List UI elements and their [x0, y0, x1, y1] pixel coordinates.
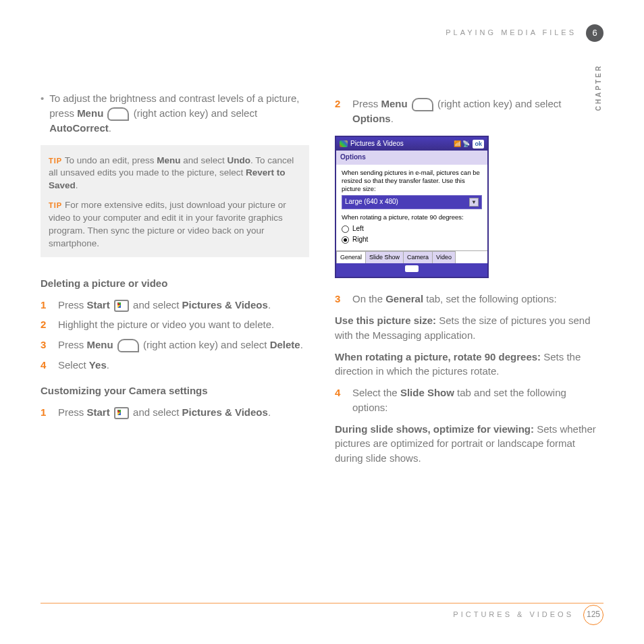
size-dropdown: Large (640 x 480)▼ — [342, 195, 482, 209]
step-c1: 1Press Start and select Pictures & Video… — [41, 405, 309, 420]
option-picsize: Use this picture size: Sets the size of … — [335, 313, 603, 343]
step-2: 2Highlight the picture or video you want… — [41, 317, 309, 332]
screenshot-tabs: General Slide Show Camera Video — [336, 250, 487, 263]
tip-box: TIP To undo an edit, press Menu and sele… — [41, 145, 309, 257]
dropdown-arrow-icon: ▼ — [469, 198, 479, 207]
bullet-item: • To adjust the brightness and contrast … — [41, 91, 309, 136]
section-title: PLAYING MEDIA FILES — [446, 28, 576, 38]
page-header: PLAYING MEDIA FILES 6 — [446, 24, 603, 42]
tab-slideshow: Slide Show — [365, 251, 404, 263]
step-r3: 3On the General tab, set the following o… — [335, 292, 603, 306]
content-columns: • To adjust the brightness and contrast … — [41, 91, 603, 473]
step-4: 4Select Yes. — [41, 358, 309, 373]
radio-right: Right — [342, 235, 482, 245]
windows-icon — [114, 300, 129, 312]
action-key-icon — [412, 98, 433, 111]
step-r2: 2Press Menu (right action key) and selec… — [335, 97, 603, 126]
action-key-icon — [107, 107, 129, 121]
radio-left: Left — [342, 224, 482, 234]
tab-video: Video — [432, 251, 456, 263]
subheading-deleting: Deleting a picture or video — [41, 276, 309, 291]
page-number: 125 — [583, 605, 603, 625]
left-column: • To adjust the brightness and contrast … — [41, 91, 309, 473]
radio-icon — [342, 225, 349, 233]
tab-general: General — [336, 251, 366, 263]
keyboard-row — [336, 263, 487, 277]
tip-1: TIP To undo an edit, press Menu and sele… — [49, 155, 301, 193]
step-1: 1Press Start and select Pictures & Video… — [41, 298, 309, 313]
screenshot-titlebar: Pictures & Videos 📶 📡 ok — [336, 137, 487, 151]
start-flag-icon — [340, 140, 348, 147]
options-header: Options — [336, 151, 487, 165]
radio-icon-checked — [342, 236, 349, 244]
option-rotate: When rotating a picture, rotate 90 degre… — [335, 350, 603, 379]
right-column: 2Press Menu (right action key) and selec… — [335, 91, 603, 473]
footer-section: PICTURES & VIDEOS — [453, 610, 574, 620]
footer-divider — [41, 603, 603, 603]
subheading-customizing: Customizing your Camera settings — [41, 383, 309, 398]
chapter-number-badge: 6 — [586, 24, 603, 42]
option-slideshow: During slide shows, optimize for viewing… — [335, 422, 603, 466]
screenshot-body: When sending pictures in e-mail, picture… — [336, 165, 487, 250]
bullet-dot: • — [41, 91, 44, 136]
tip-2: TIP For more extensive edits, just downl… — [49, 199, 301, 250]
page-footer: PICTURES & VIDEOS 125 — [453, 605, 603, 625]
keyboard-icon — [405, 265, 419, 272]
device-screenshot: Pictures & Videos 📶 📡 ok Options When se… — [335, 136, 489, 279]
tab-camera: Camera — [403, 251, 433, 263]
manual-page: PLAYING MEDIA FILES 6 CHAPTER • To adjus… — [0, 0, 644, 644]
ok-button: ok — [473, 140, 484, 149]
description-text: When sending pictures in e-mail, picture… — [342, 169, 482, 193]
action-key-icon — [117, 339, 139, 352]
rotate-label: When rotating a picture, rotate 90 degre… — [342, 213, 482, 221]
bullet-text: To adjust the brightness and contrast le… — [49, 91, 309, 136]
signal-icon: 📶 📡 — [454, 140, 471, 149]
screenshot-title: Pictures & Videos — [350, 139, 404, 149]
step-3: 3Press Menu (right action key) and selec… — [41, 338, 309, 352]
chapter-label: CHAPTER — [594, 64, 604, 111]
step-r4: 4Select the Slide Show tab and set the f… — [335, 385, 603, 415]
windows-icon — [114, 407, 129, 419]
